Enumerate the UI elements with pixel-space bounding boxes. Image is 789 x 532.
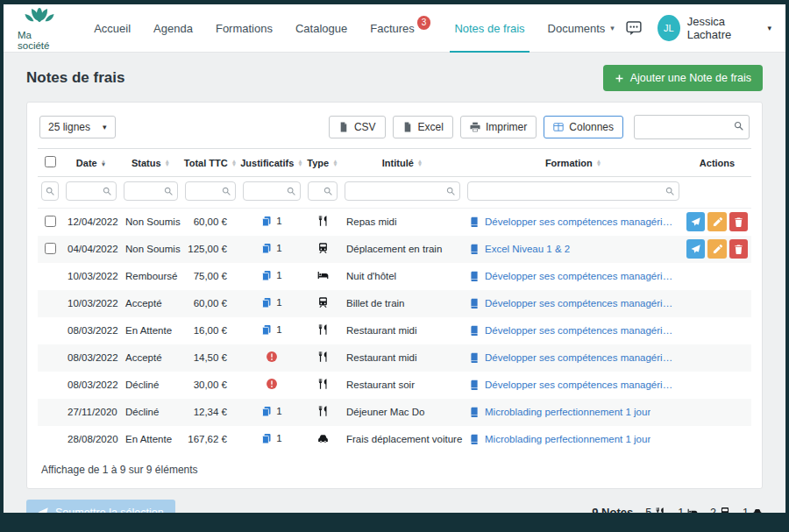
cell-status: En Attente xyxy=(120,317,181,344)
filter-input-formation[interactable] xyxy=(473,186,665,196)
justificatif-missing[interactable] xyxy=(266,378,278,390)
cell-justificatifs xyxy=(239,344,304,372)
filter-box-intitule xyxy=(345,181,460,201)
justificatif-count[interactable]: 1 xyxy=(261,297,281,309)
submit-note-button[interactable] xyxy=(686,239,705,259)
formation-link[interactable]: Excel Niveau 1 & 2 xyxy=(469,244,678,255)
filter-box-date xyxy=(66,181,117,201)
cell-status: Accepté xyxy=(120,344,181,372)
cell-date: 08/03/2022 xyxy=(62,317,120,344)
formation-link[interactable]: Microblading perfectionnement 1 jour xyxy=(469,407,678,418)
chevron-down-icon: ▾ xyxy=(767,24,771,32)
utensils-icon xyxy=(317,378,329,390)
messages-icon[interactable] xyxy=(626,20,642,36)
cell-actions xyxy=(683,317,751,344)
table-row: 28/08/2020En Attente167,62 €1Frais dépla… xyxy=(38,426,751,453)
nav-item-documents[interactable]: Documents▾ xyxy=(537,4,626,52)
select-all-checkbox[interactable] xyxy=(45,156,56,167)
cell-status: En Attente xyxy=(120,426,181,453)
justificatif-count[interactable]: 1 xyxy=(261,270,281,281)
train-icon xyxy=(317,242,329,254)
car-icon xyxy=(752,507,763,513)
book-icon xyxy=(469,379,480,391)
submit-selection-button[interactable]: Soumettre la sélection xyxy=(26,500,175,514)
nav-item-accueil[interactable]: Accueil xyxy=(82,4,142,52)
edit-note-button[interactable] xyxy=(707,212,726,231)
justificatif-count[interactable]: 1 xyxy=(261,433,281,444)
send-icon xyxy=(38,507,48,514)
page-length-select[interactable]: 25 lignes ▾ xyxy=(39,116,116,138)
table-row: 10/03/2022Remboursé75,00 €1Nuit d'hôtelD… xyxy=(38,263,751,290)
column-header-date[interactable]: Date▲▼ xyxy=(62,149,120,177)
sort-icon: ▲▼ xyxy=(417,160,423,167)
column-header-intitule[interactable]: Intitulé▲▼ xyxy=(341,149,464,177)
csv-button[interactable]: CSV xyxy=(329,116,386,138)
delete-note-button[interactable] xyxy=(729,212,748,231)
cell-date: 12/04/2022 xyxy=(62,209,120,236)
cell-total-ttc: 167,62 € xyxy=(181,426,239,453)
nav-item-agenda[interactable]: Agenda xyxy=(142,4,204,52)
sort-icon: ▲▼ xyxy=(297,160,302,167)
nav-item-factures[interactable]: Factures3 xyxy=(359,4,443,52)
justificatif-count[interactable]: 1 xyxy=(261,243,281,254)
book-icon xyxy=(469,298,480,309)
justificatif-missing[interactable] xyxy=(266,351,278,363)
file-icon xyxy=(338,122,349,132)
formation-link[interactable]: Développer ses compétences managériales xyxy=(469,352,678,364)
send-icon xyxy=(691,217,700,227)
excel-button[interactable]: Excel xyxy=(393,116,453,138)
justificatif-count[interactable]: 1 xyxy=(261,324,281,336)
search-icon xyxy=(665,187,674,195)
colonnes-button[interactable]: Colonnes xyxy=(544,116,623,138)
justificatif-count[interactable]: 1 xyxy=(261,216,281,227)
send-icon xyxy=(691,245,700,254)
row-checkbox[interactable] xyxy=(45,216,56,227)
column-header-status[interactable]: Status▲▼ xyxy=(120,149,181,177)
cell-actions xyxy=(683,426,751,453)
chevron-down-icon: ▾ xyxy=(103,123,107,131)
cell-type xyxy=(304,426,341,453)
book-icon xyxy=(469,271,480,282)
edit-note-button[interactable] xyxy=(707,239,726,259)
filter-input-justificatifs[interactable] xyxy=(248,186,287,196)
nav-item-catalogue[interactable]: Catalogue xyxy=(284,4,359,52)
cell-status: Remboursé xyxy=(120,263,181,290)
justificatif-count[interactable]: 1 xyxy=(261,406,281,417)
submit-note-button[interactable] xyxy=(686,212,705,231)
column-header-formation[interactable]: Formation▲▼ xyxy=(464,149,683,177)
main-nav: AccueilAgendaFormationsCatalogueFactures… xyxy=(82,4,626,52)
nav-item-formations[interactable]: Formations xyxy=(204,4,284,52)
formation-link[interactable]: Développer ses compétences managériales xyxy=(469,271,678,282)
column-header-total-ttc[interactable]: Total TTC▲▼ xyxy=(181,149,239,177)
book-icon xyxy=(469,216,480,228)
cell-intitule: Nuit d'hôtel xyxy=(341,263,464,290)
filter-input-status[interactable] xyxy=(129,186,164,196)
row-checkbox[interactable] xyxy=(45,243,56,254)
formation-link[interactable]: Développer ses compétences managériales xyxy=(469,216,678,228)
cell-formation: Développer ses compétences managériales xyxy=(464,317,683,344)
formation-link[interactable]: Développer ses compétences managériales xyxy=(469,298,678,309)
toolbar-right: CSVExcelImprimerColonnes xyxy=(329,115,750,139)
filter-input-intitule[interactable] xyxy=(350,186,446,196)
formation-link[interactable]: Développer ses compétences managériales xyxy=(469,379,678,391)
imprimer-button[interactable]: Imprimer xyxy=(460,116,537,138)
filter-input-type[interactable] xyxy=(313,186,323,196)
user-menu[interactable]: JL Jessica Lachatre ▾ xyxy=(658,15,771,41)
nav-item-notes-de-frais[interactable]: Notes de frais xyxy=(443,4,536,52)
column-header-justificatifs[interactable]: Justificatifs▲▼ xyxy=(239,149,304,177)
filter-input-date[interactable] xyxy=(71,186,103,196)
cell-intitule: Déjeuner Mac Do xyxy=(341,399,464,426)
search-input[interactable] xyxy=(634,115,750,139)
column-header-type[interactable]: Type▲▼ xyxy=(304,149,341,177)
filter-checkbox-column[interactable] xyxy=(41,181,59,201)
delete-note-button[interactable] xyxy=(729,239,748,259)
filter-input-total-ttc[interactable] xyxy=(190,186,222,196)
formation-link[interactable]: Microblading perfectionnement 1 jour xyxy=(469,434,678,445)
add-note-button[interactable]: Ajouter une Note de frais xyxy=(603,65,763,91)
table-row: 08/03/2022Accepté14,50 €Restaurant midiD… xyxy=(38,344,751,372)
cell-actions xyxy=(683,290,751,317)
formation-link[interactable]: Développer ses compétences managériales xyxy=(469,325,678,337)
cell-date: 10/03/2022 xyxy=(62,263,120,290)
cell-formation: Microblading perfectionnement 1 jour xyxy=(464,426,683,453)
brand-logo[interactable]: Ma société xyxy=(18,6,61,51)
